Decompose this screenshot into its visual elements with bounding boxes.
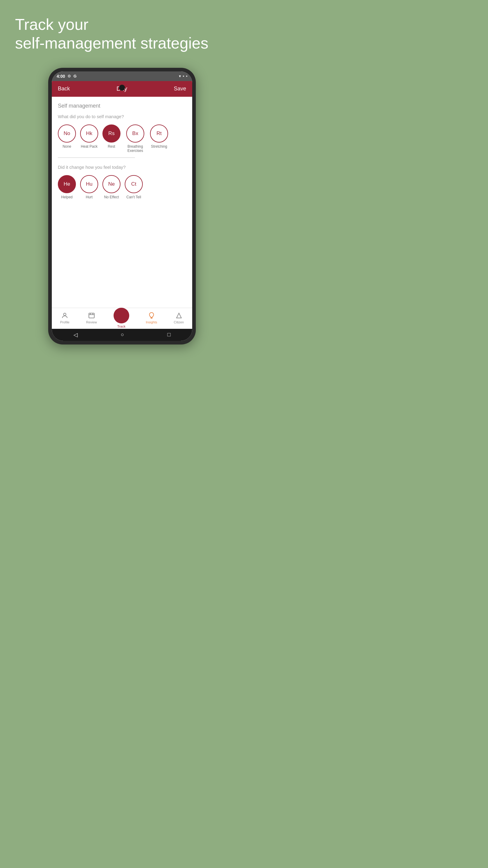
nav-review[interactable]: Review bbox=[86, 312, 97, 324]
option-heatpack[interactable]: Hk Heat Pack bbox=[80, 124, 98, 153]
nav-review-label: Review bbox=[86, 320, 97, 324]
option-breathing[interactable]: Bx Breathing Exercises bbox=[125, 124, 146, 153]
option-stretching[interactable]: Rt Stretching bbox=[150, 124, 168, 153]
nav-track[interactable]: Track bbox=[113, 308, 129, 328]
option-heatpack-circle[interactable]: Hk bbox=[80, 124, 98, 143]
nav-citizen-label: Citizen bbox=[174, 320, 184, 324]
phone-screen: 4:00 ⚙ G ▾ ▪ ▪ Back Day Save Self manage… bbox=[52, 71, 192, 341]
option-canttell[interactable]: Ct Can't Tell bbox=[125, 175, 143, 199]
nav-profile-label: Profile bbox=[60, 320, 70, 324]
option-helped-label: Helped bbox=[61, 195, 73, 199]
status-time: 4:00 bbox=[57, 74, 65, 79]
svg-rect-1 bbox=[89, 313, 94, 318]
nav-track-label: Track bbox=[117, 324, 125, 328]
option-rest-label: Rest bbox=[108, 144, 116, 149]
option-rest[interactable]: Rs Rest bbox=[102, 124, 121, 153]
google-icon: G bbox=[73, 74, 76, 79]
review-icon bbox=[88, 312, 95, 319]
hero-line1: Track your bbox=[15, 16, 89, 33]
save-button[interactable]: Save bbox=[174, 86, 186, 92]
section-divider bbox=[58, 157, 135, 158]
hero-line2: self-management strategies bbox=[15, 34, 208, 52]
camera-notch bbox=[119, 85, 125, 91]
back-button[interactable]: Back bbox=[58, 86, 70, 92]
nav-insights[interactable]: Insights bbox=[146, 312, 157, 324]
option-noeffect-label: No Effect bbox=[104, 195, 119, 199]
nav-profile[interactable]: Profile bbox=[60, 312, 70, 324]
section1-question: What did you do to self manage? bbox=[58, 114, 186, 119]
option-none-circle[interactable]: No bbox=[58, 124, 76, 143]
option-hurt-label: Hurt bbox=[86, 195, 93, 199]
citizen-icon bbox=[175, 312, 183, 319]
option-rest-circle[interactable]: Rs bbox=[102, 124, 121, 143]
section2-options: He Helped Hu Hurt Ne bbox=[58, 175, 186, 199]
battery-icon: ▪ bbox=[186, 74, 187, 79]
nav-insights-label: Insights bbox=[146, 320, 157, 324]
phone-shell: 4:00 ⚙ G ▾ ▪ ▪ Back Day Save Self manage… bbox=[48, 68, 196, 344]
section2-question: Did it change how you feel today? bbox=[58, 164, 186, 170]
option-helped[interactable]: He Helped bbox=[58, 175, 76, 199]
app-content: Self management What did you do to self … bbox=[52, 97, 192, 308]
section2: Did it change how you feel today? He Hel… bbox=[58, 164, 186, 199]
option-breathing-label: Breathing Exercises bbox=[125, 144, 146, 153]
insights-icon bbox=[148, 312, 155, 319]
svg-point-0 bbox=[64, 313, 66, 315]
profile-icon bbox=[61, 312, 68, 319]
option-noeffect-circle[interactable]: Ne bbox=[102, 175, 121, 193]
section1-title: Self management bbox=[58, 103, 186, 109]
status-bar: 4:00 ⚙ G ▾ ▪ ▪ bbox=[52, 71, 192, 81]
section1-options: No None Hk Heat Pack Rs Rest bbox=[58, 124, 186, 153]
option-stretching-label: Stretching bbox=[151, 144, 167, 149]
option-stretching-circle[interactable]: Rt bbox=[150, 124, 168, 143]
option-breathing-circle[interactable]: Bx bbox=[126, 124, 144, 143]
option-none[interactable]: No None bbox=[58, 124, 76, 153]
svg-marker-7 bbox=[176, 313, 181, 318]
signal-icon: ▪ bbox=[183, 74, 184, 79]
hero-section: Track your self-management strategies bbox=[6, 12, 238, 62]
nav-citizen[interactable]: Citizen bbox=[174, 312, 184, 324]
android-recents-button[interactable]: □ bbox=[167, 332, 170, 338]
option-noeffect[interactable]: Ne No Effect bbox=[102, 175, 121, 199]
android-home-button[interactable]: ○ bbox=[121, 332, 124, 338]
option-heatpack-label: Heat Pack bbox=[81, 144, 97, 149]
android-back-button[interactable]: ◁ bbox=[73, 332, 78, 338]
wifi-icon: ▾ bbox=[179, 74, 181, 79]
option-hurt[interactable]: Hu Hurt bbox=[80, 175, 98, 199]
option-canttell-circle[interactable]: Ct bbox=[125, 175, 143, 193]
option-none-label: None bbox=[63, 144, 71, 149]
option-helped-circle[interactable]: He bbox=[58, 175, 76, 193]
bottom-nav: Profile Review Track bbox=[52, 308, 192, 329]
settings-icon: ⚙ bbox=[67, 74, 71, 79]
track-center-button[interactable] bbox=[113, 308, 129, 323]
option-canttell-label: Can't Tell bbox=[127, 195, 141, 199]
option-hurt-circle[interactable]: Hu bbox=[80, 175, 98, 193]
android-nav: ◁ ○ □ bbox=[52, 329, 192, 341]
